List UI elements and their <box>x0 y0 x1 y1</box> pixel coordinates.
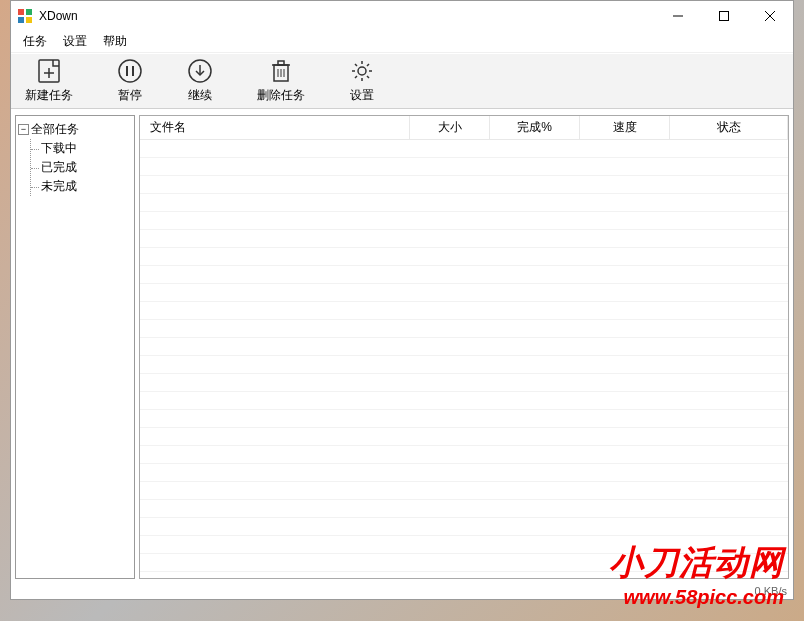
svg-rect-2 <box>18 17 24 23</box>
status-speed: 0 KB/s <box>755 585 787 597</box>
table-row[interactable] <box>140 554 788 572</box>
table-header: 文件名 大小 完成% 速度 状态 <box>140 116 788 140</box>
table-row[interactable] <box>140 392 788 410</box>
table-row[interactable] <box>140 266 788 284</box>
window-title: XDown <box>39 9 78 23</box>
close-button[interactable] <box>747 1 793 31</box>
menu-tasks[interactable]: 任务 <box>15 31 55 52</box>
new-task-button[interactable]: 新建任务 <box>25 58 73 104</box>
table-row[interactable] <box>140 194 788 212</box>
table-row[interactable] <box>140 140 788 158</box>
svg-point-22 <box>358 67 366 75</box>
svg-rect-3 <box>26 17 32 23</box>
pause-button[interactable]: 暂停 <box>117 58 143 104</box>
sidebar: − 全部任务 下载中 已完成 未完成 <box>15 115 135 579</box>
tree-item-completed[interactable]: 已完成 <box>31 158 132 177</box>
menu-help[interactable]: 帮助 <box>95 31 135 52</box>
tree-item-downloading[interactable]: 下载中 <box>31 139 132 158</box>
app-window: XDown 任务 设置 帮助 新建任务 暂停 继续 <box>10 0 794 600</box>
main-area: − 全部任务 下载中 已完成 未完成 文件名 大小 完成% 速度 状态 <box>11 111 793 583</box>
settings-label: 设置 <box>350 87 374 104</box>
table-row[interactable] <box>140 248 788 266</box>
table-row[interactable] <box>140 284 788 302</box>
statusbar: 0 KB/s <box>755 583 787 599</box>
minimize-button[interactable] <box>655 1 701 31</box>
table-row[interactable] <box>140 338 788 356</box>
delete-label: 删除任务 <box>257 87 305 104</box>
new-task-label: 新建任务 <box>25 87 73 104</box>
table-row[interactable] <box>140 500 788 518</box>
minimize-icon <box>673 11 683 21</box>
col-status[interactable]: 状态 <box>670 116 788 140</box>
table-row[interactable] <box>140 320 788 338</box>
resume-icon <box>187 58 213 84</box>
menubar: 任务 设置 帮助 <box>11 31 793 53</box>
tree-root-all-tasks[interactable]: − 全部任务 <box>18 120 132 139</box>
table-row[interactable] <box>140 536 788 554</box>
table-row[interactable] <box>140 230 788 248</box>
table-row[interactable] <box>140 374 788 392</box>
delete-button[interactable]: 删除任务 <box>257 58 305 104</box>
table-row[interactable] <box>140 446 788 464</box>
pause-icon <box>117 58 143 84</box>
svg-rect-0 <box>18 9 24 15</box>
toolbar: 新建任务 暂停 继续 删除任务 设置 <box>11 53 793 109</box>
table-row[interactable] <box>140 356 788 374</box>
table-row[interactable] <box>140 518 788 536</box>
tree-root-label: 全部任务 <box>31 121 79 138</box>
col-speed[interactable]: 速度 <box>580 116 670 140</box>
maximize-icon <box>719 11 729 21</box>
content-panel: 文件名 大小 完成% 速度 状态 <box>139 115 789 579</box>
gear-icon <box>349 58 375 84</box>
table-row[interactable] <box>140 176 788 194</box>
trash-icon <box>268 58 294 84</box>
table-row[interactable] <box>140 410 788 428</box>
table-row[interactable] <box>140 158 788 176</box>
table-row[interactable] <box>140 302 788 320</box>
col-complete[interactable]: 完成% <box>490 116 580 140</box>
new-task-icon <box>36 58 62 84</box>
app-icon <box>17 8 33 24</box>
table-row[interactable] <box>140 482 788 500</box>
settings-button[interactable]: 设置 <box>349 58 375 104</box>
maximize-button[interactable] <box>701 1 747 31</box>
table-row[interactable] <box>140 464 788 482</box>
menu-settings[interactable]: 设置 <box>55 31 95 52</box>
table-row[interactable] <box>140 428 788 446</box>
svg-point-11 <box>119 60 141 82</box>
table-row[interactable] <box>140 572 788 578</box>
resume-label: 继续 <box>188 87 212 104</box>
pause-label: 暂停 <box>118 87 142 104</box>
close-icon <box>765 11 775 21</box>
titlebar: XDown <box>11 1 793 31</box>
table-body[interactable] <box>140 140 788 578</box>
tree-item-incomplete[interactable]: 未完成 <box>31 177 132 196</box>
col-size[interactable]: 大小 <box>410 116 490 140</box>
svg-rect-5 <box>720 12 729 21</box>
col-filename[interactable]: 文件名 <box>140 116 410 140</box>
svg-rect-1 <box>26 9 32 15</box>
resume-button[interactable]: 继续 <box>187 58 213 104</box>
tree-collapse-icon[interactable]: − <box>18 124 29 135</box>
table-row[interactable] <box>140 212 788 230</box>
svg-rect-18 <box>278 61 284 65</box>
